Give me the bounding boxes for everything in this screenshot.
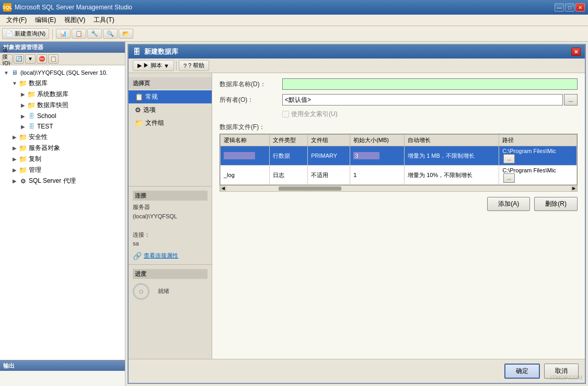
menu-tools[interactable]: 工具(T) bbox=[89, 15, 118, 26]
help-button[interactable]: ? ? 帮助 bbox=[179, 60, 209, 71]
script-button[interactable]: ▶ ▶ 脚本 ▼ bbox=[133, 60, 174, 71]
connection-section: 连接 服务器 (local)\YYQFSQL 连接： sa 🔗 查看连接属性 bbox=[129, 186, 212, 264]
menu-edit[interactable]: 编辑(E) bbox=[31, 15, 60, 26]
toolbar-icon-btn-5[interactable]: 📂 bbox=[119, 29, 133, 39]
nav-item-general[interactable]: 📋 常规 bbox=[129, 90, 212, 103]
tree-item-management[interactable]: ▶ 📁 管理 bbox=[0, 165, 125, 176]
dialog-title-icon: 🗄 bbox=[133, 48, 140, 56]
dialog-close-button[interactable]: ✕ bbox=[571, 48, 581, 56]
files-section: 数据库文件(F)： 逻辑名称 文件类型 文件组 初始大小(MB) bbox=[220, 123, 578, 192]
sysdb-folder-icon: 📁 bbox=[27, 90, 36, 99]
tree-item-server[interactable]: ▼ 🖥 (local)\YYQFSQL (SQL Server 10. bbox=[0, 67, 125, 78]
menu-file[interactable]: 文件(F) bbox=[2, 15, 31, 26]
link-icon: 🔗 bbox=[133, 252, 142, 260]
expand-snapshots[interactable]: ▶ bbox=[19, 101, 27, 110]
nav-options-icon: ⚙ bbox=[135, 106, 141, 114]
owner-browse-button[interactable]: ... bbox=[564, 94, 578, 106]
tree-item-test[interactable]: ▶ 🗄 TEST bbox=[0, 121, 125, 132]
progress-section-label: 进度 bbox=[133, 269, 207, 279]
cell-file-group-2: 不适用 bbox=[308, 166, 350, 185]
expand-agent[interactable]: ▶ bbox=[10, 177, 19, 185]
object-tree: ▼ 🖥 (local)\YYQFSQL (SQL Server 10. ▼ 📁 … bbox=[0, 65, 125, 360]
connection-section-label: 连接 bbox=[133, 191, 207, 201]
logical-name-input-1[interactable] bbox=[224, 152, 255, 159]
db-name-row: 数据库名称(D)： bbox=[220, 78, 578, 90]
stop-button[interactable]: ⛔ bbox=[37, 54, 47, 64]
toolbar-icon-btn-4[interactable]: 🔍 bbox=[103, 29, 118, 39]
tree-item-server-objects[interactable]: ▶ 📁 服务器对象 bbox=[0, 143, 125, 154]
progress-section: 进度 ○ 就绪 bbox=[129, 264, 212, 304]
expand-management[interactable]: ▶ bbox=[10, 166, 19, 174]
expand-databases[interactable]: ▼ bbox=[10, 79, 19, 88]
table-row[interactable]: _log 日志 不适用 1 增量为 10%，不限制增长 C:\Program F… bbox=[221, 166, 577, 185]
tree-item-security[interactable]: ▶ 📁 安全性 bbox=[0, 132, 125, 143]
new-database-dialog: 🗄 新建数据库 ✕ ▶ ▶ 脚本 ▼ ? ? 帮助 bbox=[128, 44, 586, 384]
progress-status: 就绪 bbox=[158, 287, 169, 295]
databases-folder-icon: 📁 bbox=[19, 79, 27, 88]
cell-logical-name-1[interactable] bbox=[221, 146, 270, 166]
properties-button[interactable]: 📋 bbox=[48, 54, 59, 64]
new-query-button[interactable]: 📄 新建查询(N) bbox=[2, 28, 49, 39]
nav-general-icon: 📋 bbox=[135, 93, 143, 101]
path-browse-btn-1[interactable]: ... bbox=[503, 154, 515, 163]
minimize-button[interactable]: — bbox=[555, 3, 564, 11]
nav-item-options[interactable]: ⚙ 选项 bbox=[129, 103, 212, 116]
security-icon: 📁 bbox=[19, 133, 27, 142]
scroll-track[interactable] bbox=[226, 186, 571, 191]
expand-sysdb[interactable]: ▶ bbox=[19, 90, 27, 99]
toolbar-icon-btn-2[interactable]: 📋 bbox=[72, 29, 86, 39]
toolbar-icon-btn-3[interactable]: 🔧 bbox=[87, 29, 102, 39]
view-connection-properties-link[interactable]: 查看连接属性 bbox=[144, 252, 178, 260]
snapshots-folder-icon: 📁 bbox=[27, 101, 36, 110]
files-label: 数据库文件(F)： bbox=[220, 123, 578, 132]
expand-server[interactable]: ▼ bbox=[2, 68, 10, 77]
owner-input[interactable] bbox=[282, 94, 563, 106]
scroll-left-arrow[interactable]: ◀ bbox=[220, 186, 226, 191]
expand-server-objects[interactable]: ▶ bbox=[10, 144, 19, 153]
db-name-input[interactable] bbox=[282, 78, 578, 90]
dialog-bottom-buttons: 确定 取消 bbox=[129, 359, 585, 383]
conn-label: 连接： bbox=[133, 230, 207, 240]
tree-item-system-db[interactable]: ▶ 📁 系统数据库 bbox=[0, 89, 125, 100]
tree-item-agent[interactable]: ▶ ⚙ SQL Server 代理 bbox=[0, 176, 125, 186]
app-icon: SQL bbox=[3, 3, 11, 11]
expand-test[interactable]: ▶ bbox=[19, 122, 27, 131]
connect-button[interactable]: 连接(O) ▼ bbox=[2, 54, 13, 64]
window-controls: — □ ✕ bbox=[555, 3, 585, 11]
db-name-label: 数据库名称(D)： bbox=[220, 80, 282, 89]
expand-school[interactable]: ▶ bbox=[19, 112, 27, 120]
object-explorer-header: 对象资源管理器 bbox=[0, 42, 125, 53]
cell-path-2: C:\Program Files\Mic ... bbox=[499, 166, 577, 185]
tree-item-school[interactable]: ▶ 🗄 School bbox=[0, 111, 125, 121]
tree-item-snapshots[interactable]: ▶ 📁 数据库快照 bbox=[0, 100, 125, 111]
refresh-button[interactable]: 🔄 bbox=[14, 54, 24, 64]
add-button[interactable]: 添加(A) bbox=[487, 197, 530, 211]
script-dropdown-icon: ▼ bbox=[164, 63, 169, 69]
initial-size-input-1[interactable] bbox=[353, 152, 379, 159]
tree-item-replication[interactable]: ▶ 📁 复制 bbox=[0, 154, 125, 165]
maximize-button[interactable]: □ bbox=[565, 3, 574, 11]
close-button[interactable]: ✕ bbox=[575, 3, 585, 11]
col-logical-name: 逻辑名称 bbox=[221, 135, 270, 146]
nav-item-filegroups[interactable]: 📁 文件组 bbox=[129, 116, 212, 130]
filter-button[interactable]: ▼ bbox=[25, 54, 36, 64]
files-table-wrapper: 逻辑名称 文件类型 文件组 初始大小(MB) 自动增长 路径 bbox=[220, 134, 578, 185]
expand-security[interactable]: ▶ bbox=[10, 133, 19, 142]
table-row[interactable]: 行数据 PRIMARY 增量为 1 MB，不限制增长 C:\Program bbox=[221, 146, 577, 166]
tree-item-databases[interactable]: ▼ 📁 数据库 bbox=[0, 78, 125, 89]
path-browse-btn-2[interactable]: ... bbox=[503, 173, 515, 183]
script-icon: ▶ bbox=[137, 62, 142, 69]
horizontal-scrollbar[interactable]: ◀ ▶ bbox=[220, 185, 578, 192]
scroll-thumb[interactable] bbox=[279, 186, 341, 191]
toolbar-icon-btn-1[interactable]: 📊 bbox=[56, 29, 71, 39]
scroll-right-arrow[interactable]: ▶ bbox=[571, 186, 577, 191]
owner-label: 所有者(O)： bbox=[220, 96, 282, 104]
ok-button[interactable]: 确定 bbox=[504, 364, 540, 379]
delete-button[interactable]: 删除(R) bbox=[534, 197, 578, 211]
cell-auto-growth-2: 增量为 10%，不限制增长 bbox=[405, 166, 499, 185]
expand-replication[interactable]: ▶ bbox=[10, 155, 19, 163]
cell-initial-size-1[interactable] bbox=[350, 146, 405, 166]
menu-view[interactable]: 视图(V) bbox=[60, 15, 89, 26]
nav-section-label: 选择页 bbox=[129, 77, 212, 89]
output-panel: 输出 bbox=[0, 360, 125, 386]
